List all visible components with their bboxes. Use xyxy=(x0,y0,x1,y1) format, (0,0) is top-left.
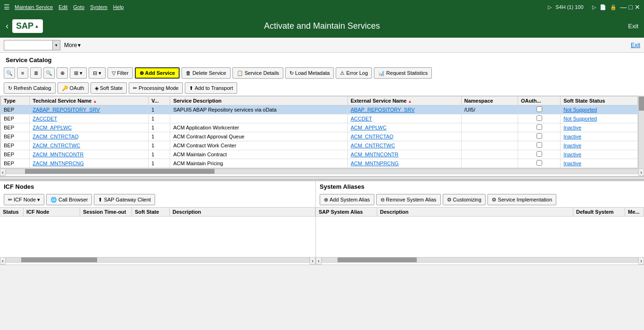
cell-oauth[interactable] xyxy=(518,141,560,150)
ext-name-link[interactable]: ACCDET xyxy=(351,116,372,121)
restore-button[interactable]: □ xyxy=(629,3,633,11)
cell-oauth[interactable] xyxy=(518,132,560,141)
horizontal-scrollbar[interactable] xyxy=(6,169,639,174)
table-row[interactable]: BEP ZACM_CNTRCTWC 1 ACM Contract Work Ce… xyxy=(1,141,638,150)
tech-name-link[interactable]: ZACM_MNTNPRCNG xyxy=(33,161,84,166)
main-dropdown-input[interactable] xyxy=(4,42,52,48)
icf-scrollbar[interactable] xyxy=(6,257,310,263)
soft-state-button[interactable]: ◈ Soft State xyxy=(91,82,127,94)
soft-state-link[interactable]: Not Supported xyxy=(563,107,597,113)
cell-tech-name[interactable]: ZACM_CNTRCTWC xyxy=(30,141,149,150)
tech-name-link[interactable]: ZACM_CNTRCTWC xyxy=(33,143,80,148)
call-browser-button[interactable]: 🌐 Call Browser xyxy=(46,194,92,205)
search2-button[interactable]: ⊕ xyxy=(57,67,68,79)
cell-ext-name[interactable]: ACCDET xyxy=(347,114,461,123)
cell-tech-name[interactable]: ZACM_MNTNCONTR xyxy=(30,150,149,159)
table-row[interactable]: BEP ZACCDET 1 ACCDET Not Supported xyxy=(1,114,638,123)
zoom-button[interactable]: 🔍 xyxy=(4,67,15,79)
oauth-checkbox[interactable] xyxy=(537,160,542,166)
soft-state-link[interactable]: Inactive xyxy=(563,152,581,157)
service-implementation-button[interactable]: ⚙ Service Implementation xyxy=(487,194,556,205)
ext-name-link[interactable]: ABAP_REPOSITORY_SRV xyxy=(351,107,415,113)
alias-scrollbar[interactable] xyxy=(322,257,639,263)
tech-name-link[interactable]: ZACM_CNTRCTAQ xyxy=(33,134,79,139)
ext-name-link[interactable]: ACM_APPLWC xyxy=(351,125,387,130)
tech-name-link[interactable]: ZACCDET xyxy=(33,116,57,121)
table-row[interactable]: BEP ZABAP_REPOSITORY_SRV 1 SAPUI5 ABAP R… xyxy=(1,105,638,114)
cell-tech-name[interactable]: ZACM_CNTRCTAQ xyxy=(30,132,149,141)
menu-icon[interactable]: ☰ xyxy=(4,3,10,11)
back-button[interactable]: ‹ xyxy=(6,21,8,31)
menu-help[interactable]: Help xyxy=(113,4,124,10)
oauth-checkbox[interactable] xyxy=(537,124,542,130)
table-row[interactable]: BEP ZACM_MNTNCONTR 1 ACM Maintain Contra… xyxy=(1,150,638,159)
doc-icon[interactable]: 📄 xyxy=(600,4,606,10)
oauth-checkbox[interactable] xyxy=(537,151,542,157)
search-button[interactable]: 🔍 xyxy=(43,67,55,79)
soft-state-link[interactable]: Inactive xyxy=(563,125,581,130)
tech-name-link[interactable]: ZABAP_REPOSITORY_SRV xyxy=(33,107,99,113)
customizing-button[interactable]: ⚙ Customizing xyxy=(443,194,486,205)
add-service-button[interactable]: ⊕ Add Service xyxy=(135,67,180,79)
oauth-checkbox[interactable] xyxy=(537,106,542,112)
table-scrollbar-v[interactable] xyxy=(638,96,644,169)
list-view2-button[interactable]: ≣ xyxy=(30,67,41,79)
ext-name-link[interactable]: ACM_MNTNCONTR xyxy=(351,152,398,157)
table-row[interactable]: BEP ZACM_CNTRCTAQ 1 ACM Contract Approva… xyxy=(1,132,638,141)
soft-state-link[interactable]: Inactive xyxy=(563,143,581,148)
add-system-alias-button[interactable]: ⊕ Add System Alias xyxy=(320,194,374,205)
expand-icon[interactable]: ▷ xyxy=(548,4,552,10)
grid1-button[interactable]: ⊞ ▾ xyxy=(70,67,87,79)
split-divider[interactable]: .... xyxy=(0,176,644,180)
tech-name-link[interactable]: ZACM_APPLWC xyxy=(33,125,72,130)
main-dropdown[interactable]: ▾ xyxy=(4,40,60,50)
error-log-button[interactable]: ⚠ Error Log xyxy=(336,67,372,79)
processing-mode-button[interactable]: ✏ Processing Mode xyxy=(129,82,183,94)
cell-ext-name[interactable]: ACM_APPLWC xyxy=(347,123,461,132)
alias-scroll-right[interactable]: › xyxy=(638,257,644,265)
exit-button[interactable]: Exit xyxy=(628,23,638,30)
dropdown-arrow-icon[interactable]: ▾ xyxy=(52,40,60,50)
cell-tech-name[interactable]: ZABAP_REPOSITORY_SRV xyxy=(30,105,149,114)
menu-maintain-service[interactable]: Maintain Service xyxy=(15,4,53,10)
cell-oauth[interactable] xyxy=(518,114,560,123)
tech-name-link[interactable]: ZACM_MNTNCONTR xyxy=(33,152,83,157)
icf-scroll-right[interactable]: › xyxy=(310,257,315,265)
cell-ext-name[interactable]: ACM_MNTNCONTR xyxy=(347,150,461,159)
menu-edit[interactable]: Edit xyxy=(58,4,67,10)
load-metadata-button[interactable]: ↻ Load Metadata xyxy=(285,67,334,79)
scroll-right-btn[interactable]: › xyxy=(638,169,644,176)
sap-gateway-client-button[interactable]: ⬆ SAP Gateway Client xyxy=(94,194,155,205)
grid2-button[interactable]: ⊟ ▾ xyxy=(89,67,106,79)
menu-system[interactable]: System xyxy=(90,4,107,10)
scroll-left-btn[interactable]: ‹ xyxy=(0,169,6,176)
delete-service-button[interactable]: 🗑 Delete Service xyxy=(182,67,231,79)
cell-ext-name[interactable]: ACM_MNTNPRCNG xyxy=(347,159,461,168)
cell-soft-state[interactable]: Inactive xyxy=(561,150,638,159)
cell-oauth[interactable] xyxy=(518,123,560,132)
cell-tech-name[interactable]: ZACM_MNTNPRCNG xyxy=(30,159,149,168)
table-row[interactable]: BEP ZACM_MNTNPRCNG 1 ACM Maintain Pricin… xyxy=(1,159,638,168)
ext-name-link[interactable]: ACM_CNTRCTWC xyxy=(351,143,395,148)
add-transport-button[interactable]: ⬆ Add to Transport xyxy=(185,82,237,94)
soft-state-link[interactable]: Inactive xyxy=(563,134,581,139)
lock-icon[interactable]: 🔒 xyxy=(610,4,617,10)
col-tech-name[interactable]: Technical Service Name ▲ xyxy=(30,97,149,105)
cell-ext-name[interactable]: ACM_CNTRCTWC xyxy=(347,141,461,150)
filter-button[interactable]: ▽ Filter xyxy=(107,67,132,79)
play-icon[interactable]: ▷ xyxy=(592,4,596,10)
icf-scroll-left[interactable]: ‹ xyxy=(0,257,6,265)
toolbar-exit-button[interactable]: Exit xyxy=(631,42,640,48)
oauth-checkbox[interactable] xyxy=(537,142,542,148)
soft-state-link[interactable]: Not Supported xyxy=(563,116,597,121)
cell-soft-state[interactable]: Not Supported xyxy=(561,105,638,114)
list-view-button[interactable]: ≡ xyxy=(17,67,28,79)
oauth-checkbox[interactable] xyxy=(537,115,542,121)
oauth-checkbox[interactable] xyxy=(537,133,542,139)
cell-tech-name[interactable]: ZACM_APPLWC xyxy=(30,123,149,132)
cell-soft-state[interactable]: Inactive xyxy=(561,123,638,132)
alias-scroll-left[interactable]: ‹ xyxy=(316,257,322,265)
refresh-catalog-button[interactable]: ↻ Refresh Catalog xyxy=(4,82,56,94)
service-details-button[interactable]: 📋 Service Details xyxy=(232,67,283,79)
table-row[interactable]: BEP ZACM_APPLWC 1 ACM Application Workce… xyxy=(1,123,638,132)
